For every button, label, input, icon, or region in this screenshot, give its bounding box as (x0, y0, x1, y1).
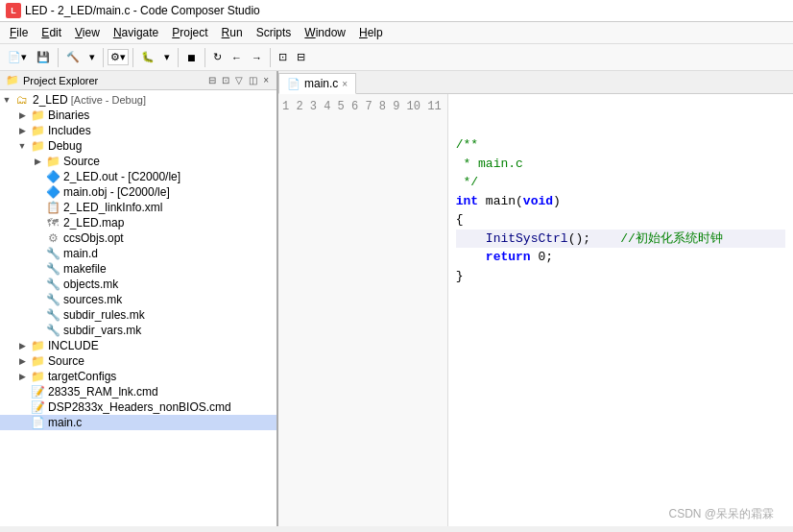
menu-view[interactable]: View (69, 24, 106, 41)
tb-maximize-button[interactable]: ⊡ (275, 49, 291, 65)
tree-node-icon: 🔧 (44, 293, 61, 306)
tree-node-icon: 🔷 (44, 170, 61, 183)
tree-node-icon: 🗂 (13, 93, 31, 107)
tree-toggle[interactable]: ▶ (15, 356, 29, 366)
tree-item[interactable]: ⚙ccsObjs.opt (0, 230, 276, 246)
line-numbers: 1 2 3 4 5 6 7 8 9 10 11 (278, 94, 448, 526)
tree-item[interactable]: 📝28335_RAM_lnk.cmd (0, 384, 276, 399)
panel-actions: ⊟ ⊡ ▽ ◫ × (206, 74, 271, 86)
tree-node-label: Source (63, 155, 100, 168)
tree-node-icon: 📝 (29, 385, 46, 399)
tb-forward-button[interactable]: → (248, 50, 266, 65)
panel-filter-button[interactable]: ▽ (233, 74, 245, 86)
panel-maximize-button[interactable]: ⊡ (220, 74, 231, 86)
tree-item[interactable]: 🔧makefile (0, 261, 276, 277)
tree-node-label: Source (48, 354, 84, 368)
menu-window[interactable]: Window (299, 24, 351, 41)
tree-item[interactable]: 📝DSP2833x_Headers_nonBIOS.cmd (0, 399, 276, 415)
tree-item[interactable]: ▶📁targetConfigs (0, 369, 276, 384)
tree-node-label: 28335_RAM_lnk.cmd (48, 385, 158, 399)
tb-refresh-button[interactable]: ↻ (209, 49, 226, 65)
tab-close-button[interactable]: × (342, 79, 348, 89)
panel-close-button[interactable]: × (261, 74, 271, 86)
tb-build-button[interactable]: 🔨 (62, 49, 84, 65)
tree-toggle[interactable]: ▶ (15, 126, 29, 135)
menu-bar: File Edit View Navigate Project Run Scri… (0, 22, 793, 44)
tree-item[interactable]: 📋2_LED_linkInfo.xml (0, 200, 276, 215)
tree-node-icon: ⚙ (44, 231, 61, 245)
tree-node-icon: 🔧 (44, 247, 61, 260)
tree-item[interactable]: 🔧subdir_rules.mk (0, 307, 276, 323)
code-editor[interactable]: 1 2 3 4 5 6 7 8 9 10 11 /** * main.c */ … (278, 94, 793, 526)
tree-node-label: objects.mk (63, 278, 118, 291)
tab-file-icon: 📄 (287, 78, 300, 90)
menu-navigate[interactable]: Navigate (108, 24, 164, 41)
tree-node-label: 2_LED.map (63, 216, 124, 230)
tb-stop-button[interactable]: ⏹ (182, 50, 201, 65)
tree-toggle[interactable]: ▼ (15, 141, 29, 151)
tree-item[interactable]: 🔷2_LED.out - [C2000/le] (0, 169, 276, 184)
tb-sep5 (204, 48, 205, 67)
tree-item[interactable]: ▼📁Debug (0, 138, 276, 154)
tree-toggle[interactable]: ▶ (31, 157, 44, 166)
tb-minimize-panel-button[interactable]: ⊟ (293, 49, 309, 65)
menu-file[interactable]: File (4, 24, 34, 41)
tree-item[interactable]: 🔷main.obj - [C2000/le] (0, 184, 276, 200)
tb-sep4 (178, 48, 179, 67)
tree-node-icon: 📁 (29, 139, 46, 153)
tree-toggle[interactable]: ▶ (15, 341, 29, 351)
tree-node-label: subdir_vars.mk (63, 324, 141, 337)
tb-build-dropdown[interactable]: ▾ (85, 49, 99, 65)
tree-node-icon: 🔧 (44, 308, 61, 322)
tree-toggle[interactable]: ▶ (15, 110, 29, 120)
toolbar: 📄▾ 💾 🔨 ▾ ⚙▾ 🐛 ▾ ⏹ ↻ ← → ⊡ ⊟ (0, 44, 793, 71)
tb-sep3 (132, 48, 133, 67)
tb-new-button[interactable]: 📄▾ (4, 49, 31, 65)
tree-item[interactable]: ▶📁INCLUDE (0, 338, 276, 353)
tree-node-label: Debug (48, 139, 82, 153)
tree-item[interactable]: ▼🗂2_LED [Active - Debug] (0, 92, 276, 108)
code-content[interactable]: /** * main.c */ int main(void) { InitSys… (448, 94, 793, 526)
tree-item[interactable]: 🔧objects.mk (0, 277, 276, 292)
tree-item[interactable]: 🔧main.d (0, 246, 276, 261)
tree-node-icon: 📁 (29, 370, 46, 383)
tree-node-icon: 🗺 (44, 216, 61, 230)
tb-save-button[interactable]: 💾 (33, 49, 54, 65)
project-explorer-panel: 📁 Project Explorer ⊟ ⊡ ▽ ◫ × ▼🗂2_LED [Ac… (0, 71, 278, 526)
tree-node-icon: 📁 (29, 354, 46, 368)
tree-node-icon: 📁 (29, 124, 46, 137)
tree-item[interactable]: 🔧subdir_vars.mk (0, 323, 276, 338)
tree-node-label: INCLUDE (48, 339, 99, 352)
tree-node-label: sources.mk (63, 293, 122, 306)
tree-node-label: main.c (48, 416, 82, 429)
tree-item[interactable]: ▶📁Source (0, 154, 276, 169)
tree-node-icon: 🔧 (44, 278, 61, 291)
tree-node-label: 2_LED [Active - Debug] (33, 93, 146, 107)
tree-toggle[interactable]: ▶ (15, 372, 29, 381)
tb-debug-dropdown[interactable]: ▾ (160, 49, 174, 65)
menu-edit[interactable]: Edit (36, 24, 67, 41)
tree-node-icon: 📄 (29, 416, 46, 429)
tree-toggle[interactable]: ▼ (0, 95, 13, 105)
tree-node-label: makefile (63, 262, 107, 276)
tree-node-label: main.obj - [C2000/le] (63, 185, 170, 199)
panel-collapse-button[interactable]: ◫ (247, 74, 259, 86)
editor-panel: 📄 main.c × 1 2 3 4 5 6 7 8 9 10 11 /** *… (278, 71, 793, 526)
tb-back-button[interactable]: ← (228, 50, 246, 65)
tb-target-dropdown[interactable]: ⚙▾ (108, 49, 129, 65)
panel-minimize-button[interactable]: ⊟ (206, 74, 218, 86)
menu-help[interactable]: Help (353, 24, 389, 41)
tree-item[interactable]: 🗺2_LED.map (0, 215, 276, 230)
menu-run[interactable]: Run (216, 24, 249, 41)
tree-node-label: 2_LED_linkInfo.xml (63, 201, 162, 214)
menu-scripts[interactable]: Scripts (251, 24, 298, 41)
menu-project[interactable]: Project (166, 24, 213, 41)
tb-sep6 (270, 48, 271, 67)
tree-item[interactable]: ▶📁Source (0, 353, 276, 369)
tree-item[interactable]: ▶📁Binaries (0, 108, 276, 123)
tb-debug-button[interactable]: 🐛 (137, 49, 158, 65)
tab-main-c[interactable]: 📄 main.c × (278, 73, 356, 94)
tree-item[interactable]: ▶📁Includes (0, 123, 276, 138)
tree-item[interactable]: 📄main.c (0, 415, 276, 430)
tree-item[interactable]: 🔧sources.mk (0, 292, 276, 307)
